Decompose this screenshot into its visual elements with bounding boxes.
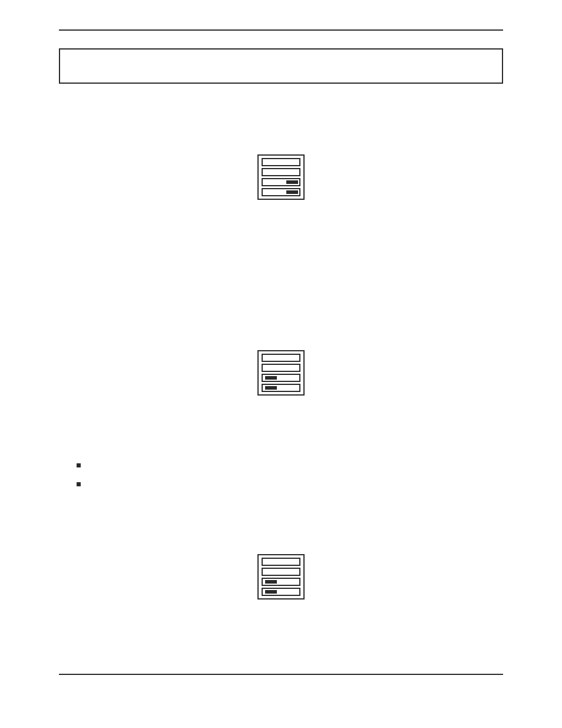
rack-fill xyxy=(286,190,298,194)
bullet-icon xyxy=(77,482,81,486)
rack-slot xyxy=(262,558,300,566)
rack-slot xyxy=(262,354,300,362)
rack-slot xyxy=(262,374,300,382)
rack-fill xyxy=(265,590,277,594)
list-item xyxy=(77,463,503,467)
rack-slot xyxy=(262,168,300,176)
diagram-2 xyxy=(59,350,503,396)
spacer xyxy=(59,218,503,350)
header-rule xyxy=(59,29,503,31)
rack-slot xyxy=(262,384,300,392)
rack-slot xyxy=(262,158,300,166)
rack-slot xyxy=(262,364,300,372)
rack-slot xyxy=(262,578,300,586)
rack-fill xyxy=(265,580,277,584)
rack-slot xyxy=(262,188,300,196)
server-rack-icon xyxy=(257,154,305,200)
diagram-3 xyxy=(59,554,503,599)
rack-slot xyxy=(262,568,300,576)
spacer xyxy=(59,504,503,554)
title-box xyxy=(59,48,503,84)
spacer xyxy=(59,413,503,449)
rack-fill xyxy=(265,376,277,380)
footer xyxy=(59,674,503,675)
rack-slot xyxy=(262,178,300,186)
server-rack-icon xyxy=(257,554,305,599)
bullet-icon xyxy=(77,463,81,467)
rack-fill xyxy=(265,386,277,390)
list-item xyxy=(77,482,503,486)
footer-rule xyxy=(59,674,503,675)
rack-fill xyxy=(286,180,298,184)
diagram-1 xyxy=(59,154,503,200)
rack-slot xyxy=(262,588,300,596)
bullet-list xyxy=(77,463,503,486)
server-rack-icon xyxy=(257,350,305,396)
